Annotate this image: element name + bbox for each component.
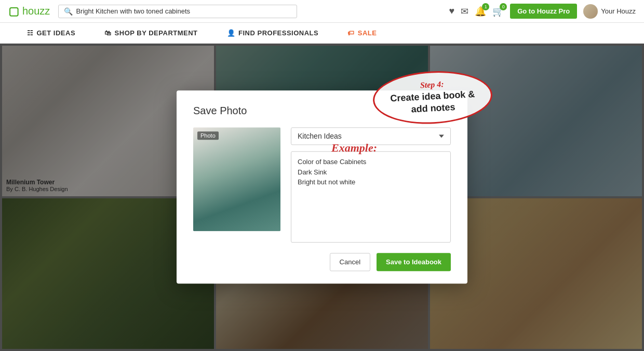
nav-label-shop: SHOP BY DEPARTMENT xyxy=(115,29,198,37)
header: ▢ houzz 🔍 ♥ ✉ 🔔 1 🛒 0 Go to Houzz Pro Yo… xyxy=(0,0,644,23)
heart-icon[interactable]: ♥ xyxy=(449,6,454,17)
logo[interactable]: ▢ houzz xyxy=(8,5,50,18)
nav-item-get-ideas[interactable]: ☷ GET IDEAS xyxy=(12,23,90,43)
nav-label-professionals: FIND PROFESSIONALS xyxy=(238,29,318,37)
cart-nav-icon: 🛍 xyxy=(104,29,112,37)
search-icon: 🔍 xyxy=(64,7,73,16)
modal-buttons: Cancel Save to Ideabook xyxy=(193,253,451,271)
nav-label-sale: SALE xyxy=(358,29,377,37)
photo-preview: Photo xyxy=(193,127,280,231)
nav-label-get-ideas: GET IDEAS xyxy=(37,29,76,37)
grid-icon: ☷ xyxy=(27,29,34,37)
tag-icon: 🏷 xyxy=(347,29,355,37)
photo-preview-image xyxy=(193,127,280,231)
annotation: Step 4: Create idea book & add notes Exa… xyxy=(373,71,492,124)
bell-badge: 1 xyxy=(482,3,489,10)
cart-wrap[interactable]: 🛒 0 xyxy=(492,6,504,17)
modal-form: Step 4: Create idea book & add notes Exa… xyxy=(291,127,451,242)
nav-item-professionals[interactable]: 👤 FIND PROFESSIONALS xyxy=(212,23,333,43)
go-pro-button[interactable]: Go to Houzz Pro xyxy=(510,4,577,19)
annotation-oval: Step 4: Create idea book & add notes xyxy=(372,68,494,127)
save-photo-modal: Save Photo Photo Step 4: Create idea boo… xyxy=(177,90,467,284)
annotation-example: Example: xyxy=(331,141,377,155)
search-input[interactable] xyxy=(76,7,291,15)
your-houzz[interactable]: Your Houzz xyxy=(583,4,636,19)
photo-preview-label: Photo xyxy=(197,131,219,140)
modal-content: Photo Step 4: Create idea book & add not… xyxy=(193,127,451,242)
mail-icon[interactable]: ✉ xyxy=(461,6,468,17)
save-to-ideabook-button[interactable]: Save to Ideabook xyxy=(377,253,451,271)
cart-badge: 0 xyxy=(500,3,507,10)
annotation-text: Create idea book & add notes xyxy=(384,88,481,117)
cancel-button[interactable]: Cancel xyxy=(330,253,370,271)
header-right: ♥ ✉ 🔔 1 🛒 0 Go to Houzz Pro Your Houzz xyxy=(449,4,636,19)
notes-textarea[interactable]: Color of base Cabinets Dark Sink Bright … xyxy=(291,151,451,242)
avatar xyxy=(583,4,598,19)
main-nav: ☷ GET IDEAS 🛍 SHOP BY DEPARTMENT 👤 FIND … xyxy=(0,23,644,44)
bell-wrap[interactable]: 🔔 1 xyxy=(475,6,486,17)
nav-item-shop[interactable]: 🛍 SHOP BY DEPARTMENT xyxy=(90,23,212,43)
logo-h-icon: ▢ xyxy=(8,5,19,18)
person-icon: 👤 xyxy=(227,29,236,37)
your-houzz-label: Your Houzz xyxy=(601,7,636,15)
nav-item-sale[interactable]: 🏷 SALE xyxy=(333,23,391,43)
logo-text: houzz xyxy=(22,5,50,17)
search-bar[interactable]: 🔍 xyxy=(58,5,297,18)
